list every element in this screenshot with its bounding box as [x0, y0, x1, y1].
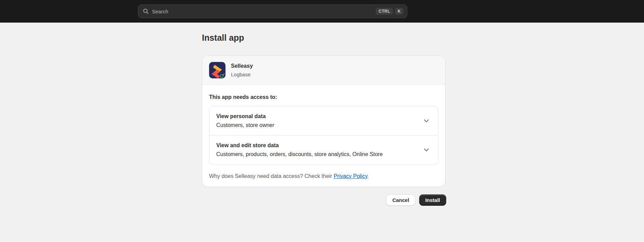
permission-title: View personal data — [216, 113, 418, 120]
permission-text: View personal data Customers, store owne… — [216, 113, 418, 129]
access-heading: This app needs access to: — [209, 94, 438, 101]
install-button[interactable]: Install — [419, 194, 446, 206]
data-access-note: Why does Selleasy need data access? Chec… — [209, 173, 438, 180]
app-identity: Selleasy Logbase — [231, 63, 253, 78]
note-suffix: . — [367, 173, 369, 179]
app-developer: Logbase — [231, 72, 253, 78]
search-icon — [143, 8, 149, 14]
shortcut-key-ctrl: CTRL — [376, 8, 393, 15]
selleasy-app-icon — [209, 62, 225, 78]
search-input[interactable]: Search CTRL K — [138, 4, 407, 18]
shortcut-key-k: K — [395, 8, 403, 15]
card-body: This app needs access to: View personal … — [202, 85, 445, 187]
app-header: Selleasy Logbase — [202, 56, 445, 85]
permissions-box: View personal data Customers, store owne… — [209, 106, 438, 165]
action-buttons: Cancel Install — [202, 194, 446, 206]
chevron-down-icon[interactable] — [424, 148, 429, 152]
permission-row-store-data[interactable]: View and edit store data Customers, prod… — [209, 135, 438, 164]
app-name: Selleasy — [231, 63, 253, 69]
permission-text: View and edit store data Customers, prod… — [216, 142, 418, 158]
note-prefix: Why does Selleasy need data access? Chec… — [209, 173, 334, 179]
install-app-page: Install app Selleasy Logbase — [202, 32, 446, 206]
cancel-button[interactable]: Cancel — [386, 194, 415, 206]
permission-details: Customers, products, orders, discounts, … — [216, 151, 418, 158]
permission-row-personal-data[interactable]: View personal data Customers, store owne… — [209, 106, 438, 135]
page-title: Install app — [202, 32, 446, 43]
permission-title: View and edit store data — [216, 142, 418, 149]
top-bar: Search CTRL K — [0, 0, 644, 23]
search-placeholder: Search — [152, 9, 374, 14]
install-app-card: Selleasy Logbase This app needs access t… — [202, 55, 446, 187]
chevron-down-icon[interactable] — [424, 119, 429, 123]
privacy-policy-link[interactable]: Privacy Policy — [334, 173, 367, 179]
permission-details: Customers, store owner — [216, 122, 418, 129]
